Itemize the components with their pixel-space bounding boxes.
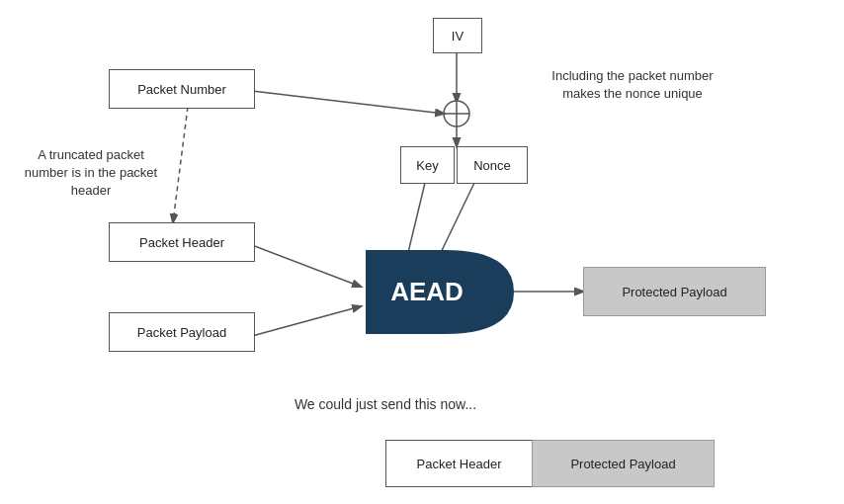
truncated-annotation: A truncated packet number is in the pack… (22, 146, 160, 201)
packet-header-bottom-box: Packet Header (385, 440, 532, 487)
svg-line-8 (173, 107, 188, 222)
svg-point-1 (444, 101, 469, 126)
svg-text:AEAD: AEAD (390, 277, 464, 306)
diagram: IV Packet Number Key Nonce Including the… (0, 0, 844, 504)
aead-shape-svg: AEAD (356, 245, 519, 339)
send-annotation: We could just send this now... (237, 395, 534, 415)
svg-line-10 (252, 306, 361, 336)
nonce-annotation: Including the packet number makes the no… (534, 67, 731, 103)
svg-line-4 (252, 91, 444, 114)
protected-payload-top-box: Protected Payload (583, 267, 766, 316)
protected-payload-bottom-box: Protected Payload (532, 440, 715, 487)
packet-payload-box: Packet Payload (109, 312, 255, 352)
packet-number-box: Packet Number (109, 69, 255, 109)
key-box: Key (400, 146, 455, 184)
packet-header-box: Packet Header (109, 222, 255, 262)
svg-line-9 (252, 245, 361, 287)
iv-box: IV (433, 18, 482, 53)
nonce-box: Nonce (457, 146, 528, 184)
